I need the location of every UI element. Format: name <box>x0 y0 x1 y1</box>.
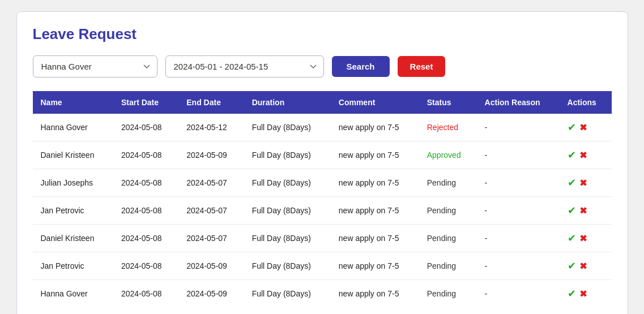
cell-actions: ✔ ✖ <box>560 225 612 252</box>
col-header-duration: Duration <box>244 91 331 114</box>
cell-comment: new apply on 7-5 <box>331 114 419 141</box>
cell-action-reason: - <box>477 169 560 197</box>
cell-end-date: 2024-05-12 <box>178 114 244 141</box>
reject-icon[interactable]: ✖ <box>579 150 587 161</box>
approve-icon[interactable]: ✔ <box>568 232 576 244</box>
cell-comment: new apply on 7-5 <box>331 197 419 225</box>
cell-start-date: 2024-05-08 <box>113 252 178 280</box>
cell-start-date: 2024-05-08 <box>113 225 178 252</box>
cell-comment: new apply on 7-5 <box>331 252 419 280</box>
employee-select[interactable]: Hanna Gover <box>33 55 157 78</box>
table-row: Jan Petrovic 2024-05-08 2024-05-09 Full … <box>33 252 612 280</box>
cell-start-date: 2024-05-08 <box>113 141 178 169</box>
cell-action-reason: - <box>477 141 560 169</box>
cell-end-date: 2024-05-09 <box>178 141 244 169</box>
col-header-action-reason: Action Reason <box>477 91 560 114</box>
leave-request-table: Name Start Date End Date Duration Commen… <box>33 91 612 307</box>
approve-icon[interactable]: ✔ <box>568 287 576 300</box>
filter-row: Hanna Gover 2024-05-01 - 2024-05-15 Sear… <box>33 55 612 78</box>
cell-actions: ✔ ✖ <box>560 114 612 141</box>
col-header-status: Status <box>419 91 477 114</box>
approve-icon[interactable]: ✔ <box>568 204 576 217</box>
reject-icon[interactable]: ✖ <box>579 122 587 133</box>
approve-icon[interactable]: ✔ <box>568 260 576 272</box>
cell-action-reason: - <box>477 252 560 280</box>
cell-name: Hanna Gover <box>33 114 113 141</box>
table-row: Hanna Gover 2024-05-08 2024-05-09 Full D… <box>33 280 612 308</box>
cell-comment: new apply on 7-5 <box>331 169 419 197</box>
cell-name: Jan Petrovic <box>33 252 113 280</box>
reject-icon[interactable]: ✖ <box>579 178 587 188</box>
col-header-start-date: Start Date <box>113 91 178 114</box>
cell-duration: Full Day (8Days) <box>244 280 331 308</box>
cell-status: Pending <box>419 197 477 225</box>
cell-status: Pending <box>419 225 477 252</box>
col-header-name: Name <box>33 91 113 114</box>
cell-start-date: 2024-05-08 <box>113 197 178 225</box>
cell-start-date: 2024-05-08 <box>113 280 178 308</box>
cell-actions: ✔ ✖ <box>560 169 612 197</box>
page-title: Leave Request <box>33 25 612 43</box>
cell-actions: ✔ ✖ <box>560 280 612 308</box>
cell-name: Daniel Kristeen <box>33 141 113 169</box>
cell-duration: Full Day (8Days) <box>244 197 331 225</box>
cell-status: Pending <box>419 280 477 308</box>
cell-end-date: 2024-05-09 <box>178 280 244 308</box>
cell-actions: ✔ ✖ <box>560 252 612 280</box>
cell-duration: Full Day (8Days) <box>244 141 331 169</box>
cell-end-date: 2024-05-09 <box>178 252 244 280</box>
cell-duration: Full Day (8Days) <box>244 114 331 141</box>
reject-icon[interactable]: ✖ <box>579 289 587 299</box>
table-row: Daniel Kristeen 2024-05-08 2024-05-07 Fu… <box>33 225 612 252</box>
approve-icon[interactable]: ✔ <box>568 121 576 134</box>
col-header-end-date: End Date <box>178 91 244 114</box>
cell-actions: ✔ ✖ <box>560 141 612 169</box>
approve-icon[interactable]: ✔ <box>568 177 576 189</box>
cell-action-reason: - <box>477 225 560 252</box>
date-range-select[interactable]: 2024-05-01 - 2024-05-15 <box>165 55 324 78</box>
search-button[interactable]: Search <box>332 56 390 77</box>
table-row: Jan Petrovic 2024-05-08 2024-05-07 Full … <box>33 197 612 225</box>
reject-icon[interactable]: ✖ <box>579 261 587 272</box>
table-row: Hanna Gover 2024-05-08 2024-05-12 Full D… <box>33 114 612 141</box>
reset-button[interactable]: Reset <box>398 56 446 77</box>
cell-status: Pending <box>419 169 477 197</box>
cell-status: Pending <box>419 252 477 280</box>
cell-actions: ✔ ✖ <box>560 197 612 225</box>
cell-end-date: 2024-05-07 <box>178 225 244 252</box>
cell-duration: Full Day (8Days) <box>244 169 331 197</box>
cell-name: Jan Petrovic <box>33 197 113 225</box>
cell-start-date: 2024-05-08 <box>113 114 178 141</box>
cell-end-date: 2024-05-07 <box>178 169 244 197</box>
cell-comment: new apply on 7-5 <box>331 141 419 169</box>
main-container: Leave Request Hanna Gover 2024-05-01 - 2… <box>16 11 628 314</box>
col-header-comment: Comment <box>331 91 419 114</box>
cell-name: Daniel Kristeen <box>33 225 113 252</box>
cell-action-reason: - <box>477 197 560 225</box>
cell-name: Hanna Gover <box>33 280 113 308</box>
cell-duration: Full Day (8Days) <box>244 225 331 252</box>
cell-status: Approved <box>419 141 477 169</box>
cell-action-reason: - <box>477 280 560 308</box>
approve-icon[interactable]: ✔ <box>568 149 576 161</box>
cell-comment: new apply on 7-5 <box>331 280 419 308</box>
cell-status: Rejected <box>419 114 477 141</box>
cell-start-date: 2024-05-08 <box>113 169 178 197</box>
cell-action-reason: - <box>477 114 560 141</box>
cell-name: Julian Josephs <box>33 169 113 197</box>
col-header-actions: Actions <box>560 91 612 114</box>
table-header-row: Name Start Date End Date Duration Commen… <box>33 91 612 114</box>
reject-icon[interactable]: ✖ <box>579 233 587 244</box>
cell-comment: new apply on 7-5 <box>331 225 419 252</box>
table-row: Julian Josephs 2024-05-08 2024-05-07 Ful… <box>33 169 612 197</box>
cell-duration: Full Day (8Days) <box>244 252 331 280</box>
table-row: Daniel Kristeen 2024-05-08 2024-05-09 Fu… <box>33 141 612 169</box>
reject-icon[interactable]: ✖ <box>579 205 587 216</box>
cell-end-date: 2024-05-07 <box>178 197 244 225</box>
